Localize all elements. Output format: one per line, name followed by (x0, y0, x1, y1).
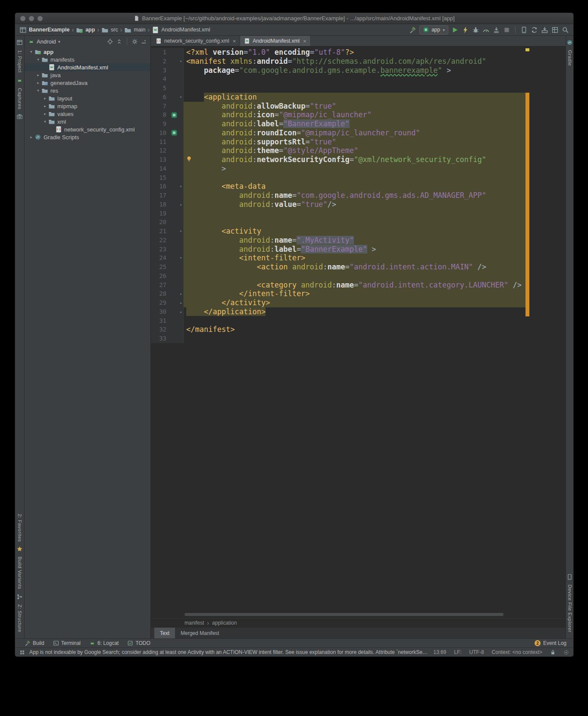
close-icon[interactable]: × (233, 38, 236, 44)
tree-expand-down-icon[interactable]: ▾ (42, 119, 48, 124)
code-line-19[interactable]: 19 (151, 209, 566, 218)
tool-stripe-button-1-project[interactable]: 1: Project (17, 50, 22, 73)
stop-icon[interactable] (503, 26, 510, 34)
camera-icon[interactable] (16, 113, 23, 120)
tool-window-button-build[interactable]: Build (20, 639, 49, 647)
code-line-3[interactable]: 3 package="com.google.android.gms.exampl… (151, 66, 566, 75)
layout-inspector-icon[interactable] (551, 26, 559, 34)
star-icon[interactable] (16, 546, 23, 552)
fold-down-icon[interactable]: ▾ (178, 227, 184, 236)
tree-item-mipmap[interactable]: ▸mipmap (25, 102, 150, 110)
error-stripe-selection-marker[interactable] (525, 93, 529, 316)
tree-expand-right-icon[interactable]: ▸ (35, 73, 41, 77)
tree-expand-down-icon[interactable]: ▾ (28, 50, 34, 54)
gutter-launcher-icon[interactable] (170, 128, 178, 138)
tree-expand-right-icon[interactable]: ▸ (42, 96, 48, 100)
sync-project-icon[interactable] (531, 26, 538, 34)
editor-tab-androidmanifest-xml[interactable]: AndroidManifest.xml× (240, 36, 310, 46)
gutter-launcher-icon[interactable] (170, 110, 178, 119)
run-icon[interactable] (451, 26, 459, 34)
close-window-button[interactable] (20, 16, 25, 21)
collapse-all-icon[interactable] (116, 38, 122, 45)
tree-expand-down-icon[interactable]: ▾ (35, 57, 41, 62)
tree-item-generatedjava[interactable]: ▸generatedJava (25, 79, 150, 87)
tree-item-app[interactable]: ▾app (25, 48, 150, 56)
code-line-31[interactable]: 31 (151, 316, 566, 325)
code-line-5[interactable]: 5 (151, 84, 566, 93)
code-line-10[interactable]: 10 android:roundIcon="@mipmap/ic_launche… (151, 128, 566, 138)
editor-tab-network-security-config-xml[interactable]: network_security_config.xml× (152, 36, 240, 46)
launcher-icon[interactable] (171, 129, 178, 136)
tree-expand-right-icon[interactable]: ▸ (42, 112, 48, 116)
fold-down-icon[interactable]: ▾ (178, 182, 184, 191)
fold-up-icon[interactable]: ▴ (178, 289, 184, 298)
hide-icon[interactable] (141, 38, 147, 45)
project-tool-icon[interactable] (16, 39, 23, 46)
line-ending[interactable]: LF: (454, 649, 461, 655)
code-line-23[interactable]: 23 android:label="BannerExample" > (151, 245, 566, 254)
tree-item-network-security-config-xml[interactable]: network_security_config.xml (25, 125, 150, 133)
tree-item-values[interactable]: ▸values (25, 110, 150, 118)
code-line-14[interactable]: 14 > (151, 164, 566, 173)
fold-up-icon[interactable]: ▴ (178, 307, 184, 316)
run-configuration-select[interactable]: app ▾ (419, 25, 448, 34)
code-line-7[interactable]: 7 android:allowBackup="true" (151, 102, 566, 111)
tool-stripe-button-build-variants[interactable]: Build Variants (17, 557, 22, 589)
lock-icon[interactable] (550, 650, 556, 655)
code-line-29[interactable]: 29▴ </activity> (151, 298, 566, 307)
breadcrumb-bannerexample[interactable]: BannerExample (19, 26, 69, 34)
view-tab-text[interactable]: Text (154, 628, 175, 638)
code-line-25[interactable]: 25 <action android:name="android.intent.… (151, 263, 566, 272)
breadcrumb-app[interactable]: app (76, 26, 95, 34)
tree-item-manifests[interactable]: ▾manifests (25, 56, 150, 63)
fold-down-icon[interactable]: ▾ (178, 57, 184, 66)
context-widget[interactable]: Context: <no context> (492, 649, 542, 655)
code-line-21[interactable]: 21▾ <activity (151, 227, 566, 236)
tool-stripe-button-gradle[interactable]: Gradle (567, 50, 572, 66)
code-line-6[interactable]: 6▾ <application (151, 93, 566, 102)
code-line-20[interactable]: 20 (151, 218, 566, 227)
code-line-16[interactable]: 16▾ <meta-data (151, 182, 566, 191)
gradle-icon[interactable] (566, 39, 573, 46)
breadcrumb-androidmanifest-xml[interactable]: AndroidManifest.xml (152, 26, 210, 34)
build-hammer-icon[interactable] (409, 26, 416, 34)
project-view-selector[interactable]: Android (37, 38, 56, 45)
fold-up-icon[interactable]: ▴ (178, 298, 184, 307)
tree-item-layout[interactable]: ▸layout (25, 94, 150, 102)
tool-window-button-6-logcat[interactable]: 6: Logcat (85, 639, 123, 647)
close-icon[interactable]: × (303, 38, 307, 44)
horizontal-scrollbar[interactable] (185, 613, 504, 616)
breadcrumb-main[interactable]: main (124, 26, 145, 34)
status-message[interactable]: App is not indexable by Google Search; c… (29, 649, 429, 655)
search-everywhere-icon[interactable] (562, 26, 569, 34)
code-line-15[interactable]: 15 (151, 173, 566, 182)
fold-down-icon[interactable]: ▾ (178, 93, 184, 102)
tree-item-xml[interactable]: ▾xml (25, 118, 150, 125)
event-log-button[interactable]: 2 Event Log (535, 640, 568, 646)
tree-expand-right-icon[interactable]: ▸ (28, 135, 34, 139)
locate-icon[interactable] (107, 38, 113, 45)
tree-item-java[interactable]: ▸java (25, 71, 150, 79)
avd-manager-icon[interactable] (520, 26, 528, 34)
tree-expand-right-icon[interactable]: ▸ (35, 81, 41, 85)
code-line-13[interactable]: 13 android:networkSecurityConfig="@xml/n… (151, 155, 566, 164)
attach-debugger-icon[interactable] (493, 26, 500, 34)
code-line-22[interactable]: 22 android:name=".MyActivity" (151, 236, 566, 245)
fold-down-icon[interactable]: ▾ (178, 253, 184, 263)
code-line-30[interactable]: 30▴ </application> (151, 307, 566, 316)
tool-stripe-button-z-structure[interactable]: Z: Structure (17, 604, 22, 632)
debug-icon[interactable] (472, 26, 479, 34)
editor-breadcrumb-manifest[interactable]: manifest (185, 620, 204, 626)
intention-bulb-icon[interactable] (186, 156, 192, 162)
tree-expand-right-icon[interactable]: ▸ (42, 104, 48, 108)
fold-up-icon[interactable]: ▴ (178, 200, 184, 209)
code-line-11[interactable]: 11 android:supportsRtl="true" (151, 138, 566, 147)
breadcrumb-src[interactable]: src (101, 26, 118, 34)
view-tab-merged-manifest[interactable]: Merged Manifest (175, 628, 225, 638)
code-line-26[interactable]: 26 (151, 272, 566, 281)
profiler-icon[interactable] (482, 26, 490, 34)
structure-icon[interactable] (16, 594, 23, 600)
error-stripe-warning-marker[interactable] (525, 48, 529, 51)
tool-stripe-button-2-favorites[interactable]: 2: Favorites (17, 514, 22, 542)
code-line-1[interactable]: 1<?xml version="1.0" encoding="utf-8"?> (151, 48, 566, 57)
